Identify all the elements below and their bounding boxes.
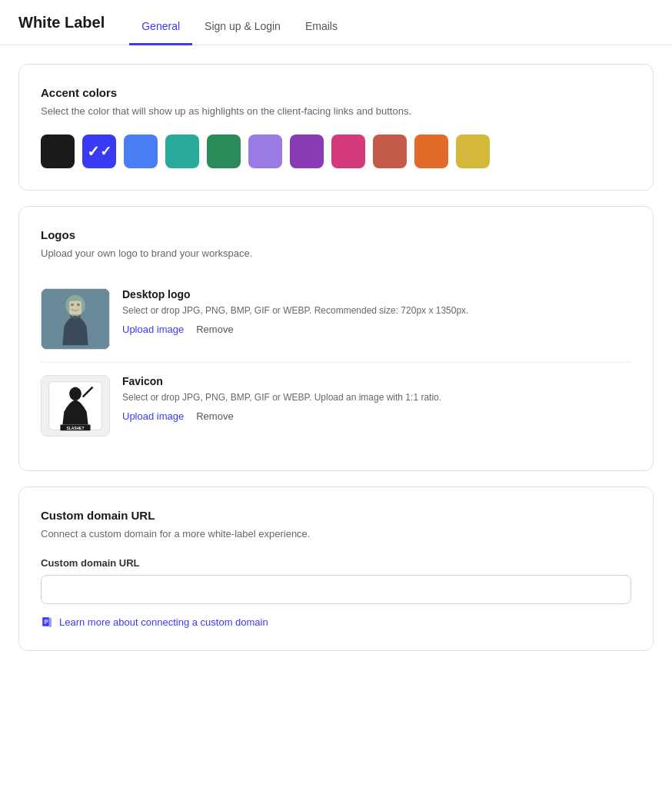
color-swatch-teal[interactable] [165,134,199,168]
desktop-logo-info: Desktop logo Select or drop JPG, PNG, BM… [122,288,631,335]
color-swatch-black[interactable] [41,134,75,168]
svg-rect-2 [69,301,82,315]
svg-text:SLASHET: SLASHET [67,427,85,430]
favicon-thumbnail: SLASHET [41,375,110,437]
svg-point-4 [77,303,80,306]
color-swatch-lavender[interactable] [248,134,282,168]
desktop-logo-svg [42,288,109,350]
logos-subtitle: Upload your own logo to brand your works… [41,246,631,261]
desktop-logo-desc: Select or drop JPG, PNG, BMP, GIF or WEB… [122,304,631,317]
svg-point-7 [69,387,82,401]
desktop-logo-name: Desktop logo [122,288,631,301]
tab-general[interactable]: General [129,12,192,45]
accent-colors-title: Accent colors [41,86,631,99]
custom-domain-card: Custom domain URL Connect a custom domai… [18,486,654,651]
accent-colors-subtitle: Select the color that will show up as hi… [41,104,631,119]
color-swatch-indigo[interactable]: ✓ [82,134,116,168]
favicon-actions: Upload image Remove [122,410,631,422]
tab-emails[interactable]: Emails [293,12,350,45]
favicon-name: Favicon [122,375,631,387]
custom-domain-subtitle: Connect a custom domain for a more white… [41,526,631,542]
favicon-svg: SLASHET [42,375,109,437]
color-swatch-pink[interactable] [331,134,365,168]
color-swatch-yellow[interactable] [456,134,490,168]
logos-card: Logos Upload your own logo to brand your… [18,206,654,472]
color-swatch-red-brown[interactable] [373,134,407,168]
favicon-desc: Select or drop JPG, PNG, BMP, GIF or WEB… [122,390,631,404]
color-swatch-blue[interactable] [124,134,158,168]
favicon-remove-btn[interactable]: Remove [196,410,233,422]
book-icon [41,616,53,629]
color-swatch-purple[interactable] [290,134,324,168]
custom-domain-input[interactable] [41,575,631,604]
app-title: White Label [18,14,105,44]
favicon-item: SLASHET Favicon Select or drop JPG, PNG,… [41,363,631,449]
color-swatch-green[interactable] [207,134,241,168]
desktop-logo-remove-btn[interactable]: Remove [196,324,233,335]
favicon-upload-btn[interactable]: Upload image [122,410,184,422]
logos-title: Logos [41,228,631,241]
color-swatches: ✓ [41,134,631,168]
tab-signup-login[interactable]: Sign up & Login [192,12,293,45]
custom-domain-title: Custom domain URL [41,509,631,522]
custom-domain-field-label: Custom domain URL [41,557,631,569]
learn-more-label: Learn more about connecting a custom dom… [59,616,268,628]
svg-rect-13 [49,618,52,627]
accent-colors-card: Accent colors Select the color that will… [18,64,654,191]
desktop-logo-upload-btn[interactable]: Upload image [122,324,184,335]
top-nav: White Label General Sign up & Login Emai… [0,0,672,45]
desktop-logo-item: Desktop logo Select or drop JPG, PNG, BM… [41,276,631,363]
desktop-logo-actions: Upload image Remove [122,324,631,335]
desktop-logo-thumbnail [41,288,110,350]
learn-more-link[interactable]: Learn more about connecting a custom dom… [41,616,631,629]
favicon-art: SLASHET [42,376,109,436]
desktop-logo-art [42,289,109,349]
favicon-info: Favicon Select or drop JPG, PNG, BMP, GI… [122,375,631,422]
svg-point-3 [71,303,74,306]
main-content: Accent colors Select the color that will… [0,45,672,669]
nav-tabs: General Sign up & Login Emails [129,12,350,45]
page-wrapper: White Label General Sign up & Login Emai… [0,0,672,787]
color-swatch-orange[interactable] [414,134,448,168]
